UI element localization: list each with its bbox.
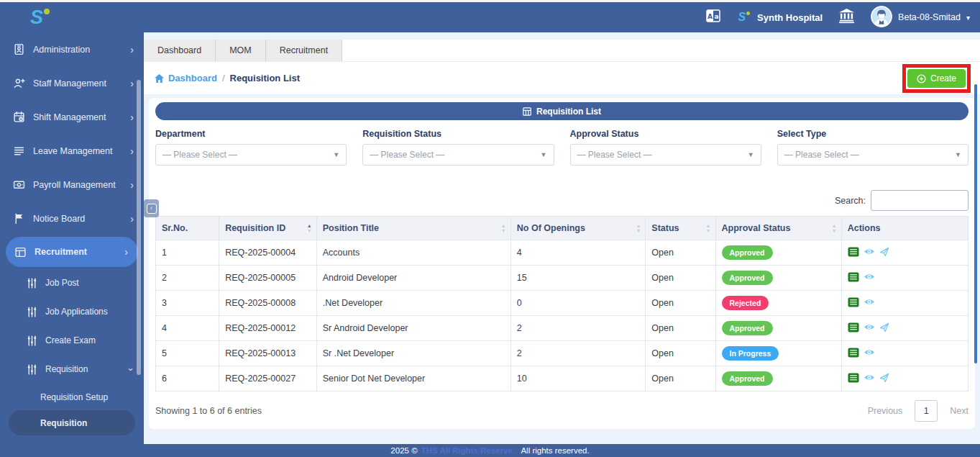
breadcrumb-bar: Dashboard / Requisition List Create	[144, 61, 980, 94]
chevron-left-icon: ‹	[147, 204, 157, 214]
search-row: Search:	[155, 190, 968, 211]
list-icon[interactable]	[848, 322, 859, 335]
sliders-icon	[26, 306, 38, 318]
sidebar-item-staff-management[interactable]: Staff Management ›	[0, 66, 144, 100]
department-select[interactable]: — Please Select —▼	[155, 144, 347, 166]
create-button[interactable]: Create	[907, 69, 966, 88]
requisition-status-select[interactable]: — Please Select —▼	[362, 144, 554, 166]
sort-icon: ▲▼	[832, 224, 837, 233]
sidebar-item-administration[interactable]: Administration ›	[0, 32, 144, 66]
language-icon[interactable]: Aa	[705, 7, 722, 27]
col-status[interactable]: Status ▲▼	[646, 217, 715, 240]
user-menu[interactable]: Beta-08-Smitad ▾	[871, 6, 970, 30]
sidebar-item-shift-management[interactable]: Shift Management ›	[0, 100, 144, 134]
sort-icon: ▲▼	[706, 224, 711, 233]
eye-icon[interactable]	[864, 273, 875, 283]
grid-icon	[523, 107, 531, 116]
sidebar-item-job-post[interactable]: Job Post	[0, 268, 144, 297]
list-icon[interactable]	[848, 272, 859, 284]
chevron-right-icon: ›	[130, 44, 134, 55]
hospital-brand: S Synth Hospital	[738, 11, 823, 24]
col-requisition-id[interactable]: Requisition ID ▲▼	[219, 217, 317, 240]
sidebar-item-create-exam[interactable]: Create Exam	[0, 326, 144, 355]
table-footer: Showing 1 to 6 of 6 entries Previous 1 N…	[155, 400, 968, 422]
table-row: 6 REQ-2025-00027 Senior Dot Net Develope…	[156, 366, 968, 392]
topbar: S Aa S Synth Hospital Beta-08-Smitad ▾	[0, 2, 980, 32]
breadcrumb-home-link[interactable]: Dashboard	[155, 73, 217, 83]
sidebar-collapse-toggle[interactable]: ‹	[144, 199, 159, 217]
list-icon[interactable]	[848, 373, 859, 385]
sidebar-item-job-applications[interactable]: Job Applications	[0, 297, 144, 326]
sidebar-item-recruitment[interactable]: Recruitment ›	[6, 237, 138, 267]
window-icon	[14, 246, 27, 258]
sort-icon: ▲▼	[636, 224, 641, 233]
bank-icon[interactable]	[838, 8, 855, 27]
tab-recruitment[interactable]: Recruitment	[266, 40, 342, 61]
list-icon[interactable]	[848, 247, 859, 259]
list-lines-icon	[13, 145, 25, 157]
col-srno: Sr.No.	[156, 217, 219, 240]
paper-plane-icon[interactable]	[879, 247, 889, 259]
previous-button[interactable]: Previous	[868, 406, 903, 416]
sidebar-item-requisition-setup[interactable]: Requisition Setup	[0, 384, 144, 410]
sidebar-item-requisition-group[interactable]: Requisition ›	[0, 355, 144, 384]
eye-icon[interactable]	[864, 348, 875, 358]
sidebar-item-leave-management[interactable]: Leave Management ›	[0, 134, 144, 168]
sliders-icon	[26, 335, 38, 347]
sliders-icon	[26, 363, 38, 376]
search-input[interactable]	[871, 190, 968, 211]
chevron-right-icon: ›	[124, 246, 128, 258]
tab-dashboard[interactable]: Dashboard	[144, 40, 216, 61]
col-approval-status[interactable]: Approval Status ▲▼	[715, 217, 841, 240]
col-position-title[interactable]: Position Title ▲▼	[316, 217, 510, 240]
filter-approval-status: Approval Status — Please Select —▼	[570, 129, 761, 166]
filter-department: Department — Please Select —▼	[155, 129, 347, 166]
page-scrollbar[interactable]	[974, 84, 977, 363]
footer: 2025 © THS All Rights Reserve . All righ…	[0, 444, 980, 457]
sidebar-item-payroll-management[interactable]: Payroll Management ›	[0, 168, 144, 202]
sidebar-item-requisition[interactable]: Requisition	[9, 410, 135, 435]
breadcrumb: Dashboard / Requisition List	[155, 73, 300, 83]
panel-header: Requisition List	[155, 102, 968, 120]
chevron-right-icon: ›	[130, 213, 134, 225]
status-badge: Approved	[722, 371, 773, 386]
select-caret-icon: ▼	[333, 151, 339, 158]
col-openings[interactable]: No Of Openings ▲▼	[510, 217, 646, 240]
main-content: Dashboard MOM Recruitment Dashboard / Re…	[144, 32, 980, 444]
eye-icon[interactable]	[864, 323, 875, 333]
list-icon[interactable]	[848, 297, 859, 309]
tab-mom[interactable]: MOM	[216, 40, 266, 61]
money-icon	[13, 178, 25, 191]
paper-plane-icon[interactable]	[879, 373, 889, 385]
eye-icon[interactable]	[864, 298, 875, 308]
status-badge: Approved	[722, 271, 773, 285]
filter-requisition-status: Requisition Status — Please Select —▼	[362, 129, 554, 166]
next-button[interactable]: Next	[950, 406, 968, 416]
sidebar-item-notice-board[interactable]: Notice Board ›	[0, 202, 144, 235]
chevron-right-icon: ›	[130, 112, 134, 123]
svg-text:a: a	[715, 13, 719, 20]
pagination: Previous 1 Next	[868, 400, 968, 422]
filter-row: Department — Please Select —▼ Requisitio…	[155, 129, 968, 166]
select-caret-icon: ▼	[955, 151, 961, 158]
sidebar-scrollbar[interactable]	[137, 80, 141, 375]
table-row: 4 REQ-2025-00012 Sr Android Developer 2 …	[156, 316, 968, 341]
avatar	[871, 6, 892, 30]
brand-s-icon: S	[738, 11, 750, 24]
footer-link[interactable]: THS All Rights Reserve .	[421, 446, 518, 455]
eye-icon[interactable]	[864, 374, 875, 384]
paper-plane-icon[interactable]	[879, 322, 889, 335]
select-caret-icon: ▼	[748, 151, 754, 158]
page-number-button[interactable]: 1	[915, 400, 938, 422]
eye-icon[interactable]	[864, 248, 875, 258]
sliders-icon	[26, 277, 38, 289]
user-plus-icon	[13, 77, 25, 89]
type-select[interactable]: — Please Select —▼	[777, 144, 968, 166]
footer-year: 2025 ©	[390, 446, 417, 455]
list-icon[interactable]	[848, 348, 859, 360]
sort-icon: ▲▼	[501, 224, 506, 233]
col-actions: Actions	[841, 217, 968, 240]
calendar-clock-icon	[13, 111, 25, 123]
approval-status-select[interactable]: — Please Select —▼	[570, 144, 761, 166]
table-row: 5 REQ-2025-00013 Sr .Net Developer 2 Ope…	[156, 341, 968, 366]
